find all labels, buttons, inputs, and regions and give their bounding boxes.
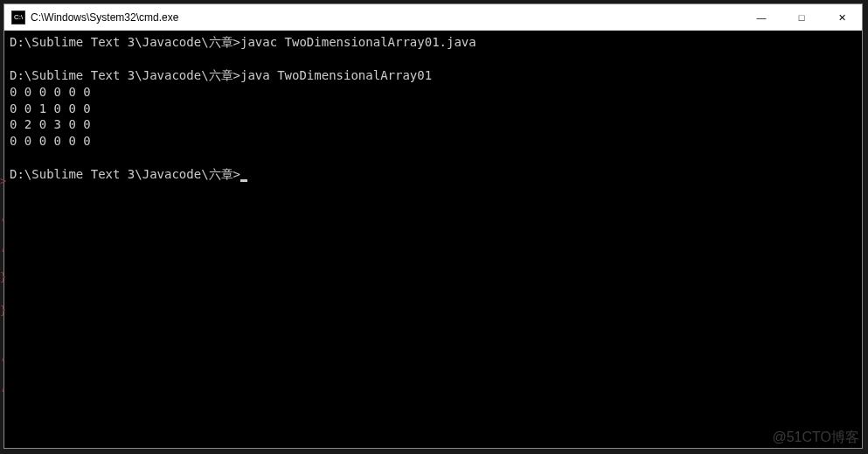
titlebar[interactable]: C:\ C:\Windows\System32\cmd.exe — □ ✕ [4, 4, 862, 31]
terminal-line: D:\Sublime Text 3\Javacode\六章>javac TwoD… [10, 34, 857, 51]
terminal-line: D:\Sublime Text 3\Javacode\六章> [10, 166, 857, 183]
window-controls: — □ ✕ [741, 4, 862, 30]
terminal-line: D:\Sublime Text 3\Javacode\六章>java TwoDi… [10, 67, 857, 84]
cmd-window: C:\ C:\Windows\System32\cmd.exe — □ ✕ D:… [3, 3, 863, 449]
cursor [240, 179, 247, 182]
terminal-line [10, 150, 857, 166]
maximize-button[interactable]: □ [781, 4, 822, 31]
minimize-button[interactable]: — [741, 4, 781, 31]
close-button[interactable]: ✕ [822, 4, 862, 31]
terminal-output[interactable]: D:\Sublime Text 3\Javacode\六章>javac TwoD… [4, 31, 862, 448]
terminal-line: 0 0 1 0 0 0 [10, 101, 857, 117]
terminal-line: 0 2 0 3 0 0 [10, 116, 857, 133]
window-title: C:\Windows\System32\cmd.exe [31, 11, 741, 24]
terminal-line [10, 51, 857, 67]
terminal-line: 0 0 0 0 0 0 [10, 133, 857, 150]
cmd-icon: C:\ [11, 10, 25, 24]
terminal-line: 0 0 0 0 0 0 [10, 84, 857, 101]
